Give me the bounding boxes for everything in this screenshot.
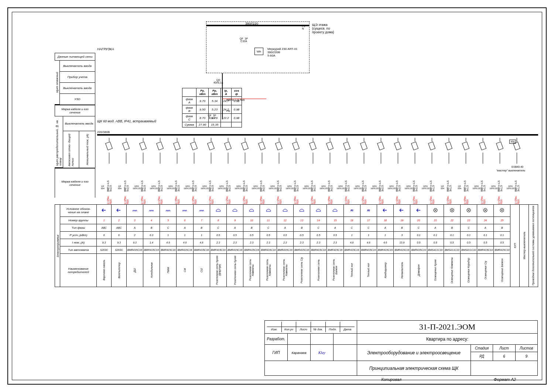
drawing-sheet: 380//220 PEN QF 3P C32A Wh Меркурий 230 … xyxy=(0,0,554,392)
tb-sheets: 9 xyxy=(516,352,537,361)
outer-frame: 380//220 PEN QF 3P C32A Wh Меркурий 230 … xyxy=(7,7,547,385)
floor-panel-note: ЩЭ этажа (сущесв. по проекту дома) xyxy=(312,23,554,34)
cable-row: ВВГнг-LS 5х2,5L=25м, П20ВВГнг-LS 5х2,5L=… xyxy=(101,175,538,204)
meter-model: Меркурий 230 ART-01 380/220В 5-60А xyxy=(267,48,297,57)
format-label: Формат А2 xyxy=(494,377,516,382)
tb-dev: Разработ. xyxy=(265,334,288,344)
circuit-data-table: ЭлектроприемникУсловное обозна- чение на… xyxy=(55,204,538,287)
copied-label: Копировал xyxy=(381,377,401,382)
load-caption: НАГРУЗКА xyxy=(97,47,114,51)
tb-sheet: 6 xyxy=(493,352,515,361)
voltage-label: 220/380В xyxy=(97,130,110,134)
tb-title2: Принципиальная электрическая схема ЩК xyxy=(357,361,471,375)
master-switch-label: "мастер" выключатель xyxy=(496,169,525,172)
panel-name: ЩК 60 мод. АВВ, IP41, встраиваемый xyxy=(97,119,156,123)
cable-labels-area: ВВГнг-LS 5х2,5L=25м, П20ВВГнг-LS 5х2,5L=… xyxy=(97,175,538,204)
load-block: НАГРУЗКА Ру, кВтРр, кВтIр, Аcos ффаза А9… xyxy=(97,47,114,52)
km-contactor: КМ xyxy=(509,140,516,144)
qf-3p-top: QF 3P C32A xyxy=(240,37,248,42)
km-model: ESB40-40 xyxy=(512,166,523,168)
tb-gip-name: Каранаев xyxy=(288,345,311,361)
tb-title1: Электрооборудование и электроосвещение xyxy=(357,345,471,361)
tb-address: Квартира по адресу: xyxy=(357,334,537,344)
meter-symbol: Wh xyxy=(254,48,263,55)
spec-column: Данные питающей сетиЩит этажныйВыключате… xyxy=(55,53,95,198)
title-block: Изм.Кол.учЛист№ док.Подп.Дата 31-П-2021.… xyxy=(264,320,538,376)
tb-stage: РД xyxy=(471,352,493,361)
tb-signature: Klay xyxy=(311,345,334,361)
floor-panel-box: 380//220 PEN QF 3P C32A Wh Меркурий 230 … xyxy=(206,21,310,73)
drawing-code: 31-П-2021.ЭОМ xyxy=(357,321,537,333)
busbar xyxy=(97,134,538,136)
inner-frame: 380//220 PEN QF 3P C32A Wh Меркурий 230 … xyxy=(12,12,542,380)
tb-gip: ГИП xyxy=(265,345,288,361)
